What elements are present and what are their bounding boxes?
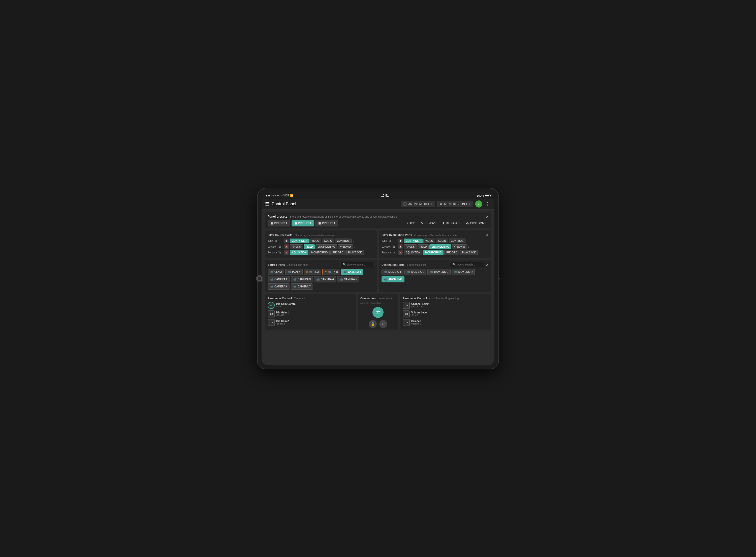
menu-icon[interactable]: ☰	[265, 201, 269, 207]
filter-source-purpose-mute[interactable]: 🔇	[284, 250, 289, 255]
port-tx-a[interactable]: ★ 📹 TX A	[304, 269, 321, 275]
delegate-preset-button[interactable]: ⬆ DELEGATE	[440, 221, 463, 226]
destination-search-box[interactable]: 🔍	[450, 262, 484, 267]
port-camera-5[interactable]: 📹 CAMERA 5	[337, 276, 359, 283]
tag-dest-location-more-icon[interactable]: ›	[468, 244, 470, 248]
status-check-button[interactable]: ✓	[475, 201, 482, 207]
undo-button[interactable]: ↩	[379, 320, 387, 328]
param-right-info-3: Balance 0 (center)	[411, 320, 421, 325]
tag-source-aquisition[interactable]: AQUISITION	[290, 250, 309, 255]
tag-dest-record[interactable]: RECORD	[444, 250, 459, 255]
audio-label: AMON ENG IN 1	[408, 203, 429, 205]
filters-row: Filter Source Ports Choose tags to filte…	[265, 231, 491, 258]
port-camera-1-label: CAMERA 1	[348, 270, 361, 273]
filter-dest-type-mute[interactable]: 🔇	[398, 238, 403, 243]
home-button[interactable]	[256, 275, 263, 282]
destination-ports-collapse-icon[interactable]: ∧	[486, 263, 489, 266]
port-camera-2[interactable]: 📹 CAMERA 2	[267, 276, 290, 283]
filter-destination-collapse-icon[interactable]: ∧	[486, 233, 489, 237]
panel-presets-collapse-icon[interactable]: ∧	[486, 214, 489, 218]
tag-dest-racks[interactable]: RACKS	[404, 244, 417, 249]
preset-button-2[interactable]: ▦ PRESET 1	[291, 220, 314, 227]
param-left-name-1: Mic Gain Contro	[276, 302, 295, 305]
tag-source-location-more-icon[interactable]: ›	[354, 244, 356, 248]
tag-source-control[interactable]: CONTROL	[335, 238, 351, 243]
tag-dest-field[interactable]: FIELD	[417, 244, 429, 249]
tag-dest-playback[interactable]: PLAYBACK	[460, 250, 478, 255]
param-right-val-3: 0 (center)	[411, 322, 421, 325]
param-right-item-1: 1+2 Channel Select CH 1 + CH 2	[403, 302, 489, 309]
port-muv-eng-l[interactable]: 📹 MUV ENG L	[428, 269, 450, 275]
filter-source-subtitle: Choose tags to filter available source p…	[294, 234, 338, 236]
tag-dest-video[interactable]: VIDEO	[423, 238, 435, 243]
port-camera-7[interactable]: 📹 CAMERA 7	[291, 284, 313, 290]
tag-source-record[interactable]: RECORD	[330, 250, 345, 255]
destination-search-input[interactable]	[457, 263, 482, 266]
port-camera-3-icon: 📹	[293, 277, 296, 281]
port-pgm-a-icon: 📹	[287, 270, 291, 273]
filter-source-type-mute[interactable]: 🔇	[284, 238, 289, 243]
preset-icon-2: ▦	[294, 222, 297, 225]
port-cln-a[interactable]: 📹 CLN A	[267, 269, 284, 275]
port-amon-eng[interactable]: 📹 AMON ENG	[381, 276, 405, 283]
tag-dest-monitoring[interactable]: MONITORING	[423, 250, 443, 255]
mic-gain-2-knob[interactable]: -28	[267, 319, 275, 326]
tag-source-container[interactable]: CONTAINER	[290, 238, 309, 243]
tag-dest-control[interactable]: CONTROL	[449, 238, 465, 243]
remove-preset-button[interactable]: ✕ REMOVE	[419, 221, 439, 226]
customize-preset-button[interactable]: ⚙ CUSTOMIZE	[464, 221, 489, 226]
tag-dest-type-more-icon[interactable]: ›	[466, 239, 469, 243]
preset-button-3[interactable]: ▦ PRESET 1	[315, 220, 338, 227]
tag-source-type-more-icon[interactable]: ›	[352, 239, 354, 243]
tag-source-racks[interactable]: RACKS	[290, 244, 303, 249]
volume-level-knob[interactable]: -28	[403, 311, 410, 318]
filter-dest-purpose-mute[interactable]: 🔇	[398, 250, 403, 255]
more-options-button[interactable]: ⋮	[484, 201, 491, 207]
audio-selector[interactable]: 🎧 AMON ENG IN 1 ▼	[401, 201, 435, 207]
tag-dest-container[interactable]: CONTAINER	[404, 238, 422, 243]
tag-dest-aquisition[interactable]: AQUISITION	[404, 250, 422, 255]
source-search-box[interactable]: 🔍	[340, 262, 375, 267]
balance-knob[interactable]: -28	[403, 319, 410, 326]
port-camera-1-icon: 📹	[344, 270, 347, 273]
tag-source-vision-a[interactable]: VISION A	[338, 244, 353, 249]
param-left-header: Parameter Control Camera 1	[267, 296, 353, 300]
panel-presets-header: Panel presets Store and recall configura…	[267, 214, 489, 218]
tag-dest-engineering[interactable]: ENGINEERING	[430, 244, 451, 249]
source-search-input[interactable]	[347, 263, 372, 266]
port-camera-1[interactable]: 📹 CAMERA 1	[341, 269, 364, 275]
tag-source-field[interactable]: FIELD	[304, 244, 315, 249]
mic-gain-1-knob[interactable]: -28	[267, 311, 275, 318]
filter-source-location-mute[interactable]: 🔇	[284, 244, 289, 249]
tag-dest-vision-a[interactable]: VISION A	[452, 244, 467, 249]
tag-source-engineering[interactable]: ENGINEERING	[315, 244, 337, 249]
monitor-selector[interactable]: 🖥 MON EIC SDI IN 1 ▼	[437, 201, 473, 207]
tag-source-playback[interactable]: PLAYBACK	[346, 250, 364, 255]
tag-source-video[interactable]: VIDEO	[310, 238, 321, 243]
param-right-item-3: -28 Balance 0 (center)	[403, 319, 489, 326]
filter-source-purpose-label: Purpose (1)	[267, 251, 283, 254]
filter-dest-location-mute[interactable]: 🔇	[398, 244, 403, 249]
tag-source-purpose-more-icon[interactable]: ›	[365, 251, 367, 255]
add-preset-button[interactable]: + ADD	[405, 221, 417, 226]
channel-select-knob[interactable]: 1+2	[403, 302, 410, 309]
port-mon-eic-2[interactable]: 📹 MON EIC 2	[405, 269, 427, 275]
destination-ports-grid: 📹 MON EIC 1 📹 MON EIC 2 📹 MUV ENG L	[381, 269, 489, 283]
tag-source-audio[interactable]: AUDIO	[322, 238, 334, 243]
port-camera-6[interactable]: 📹 CAMERA 6	[267, 284, 290, 290]
port-mon-eic-2-icon: 📹	[407, 270, 410, 273]
preset-button-1[interactable]: ▦ PRESET 1	[267, 220, 290, 227]
port-pgm-a[interactable]: 📹 PGM A	[285, 269, 303, 275]
port-camera-3[interactable]: 📹 CAMERA 3	[291, 276, 313, 283]
connect-button[interactable]: ⇄	[373, 307, 383, 318]
port-mon-eic-1[interactable]: 📹 MON EIC 1	[381, 269, 404, 275]
port-camera-4[interactable]: 📹 CAMERA 4	[314, 276, 336, 283]
tag-source-monitoring[interactable]: MONITORING	[309, 250, 329, 255]
delegate-icon: ⬆	[442, 222, 445, 225]
lock-button[interactable]: 🔒	[369, 320, 377, 328]
tag-dest-purpose-more-icon[interactable]: ›	[478, 251, 481, 255]
mic-gain-control-knob[interactable]: ⟳	[267, 302, 275, 309]
port-tx-b[interactable]: ★ 📹 TX B	[322, 269, 340, 275]
port-muv-eng-r[interactable]: 📹 MUV ENG R	[451, 269, 475, 275]
tag-dest-audio[interactable]: AUDIO	[436, 238, 448, 243]
